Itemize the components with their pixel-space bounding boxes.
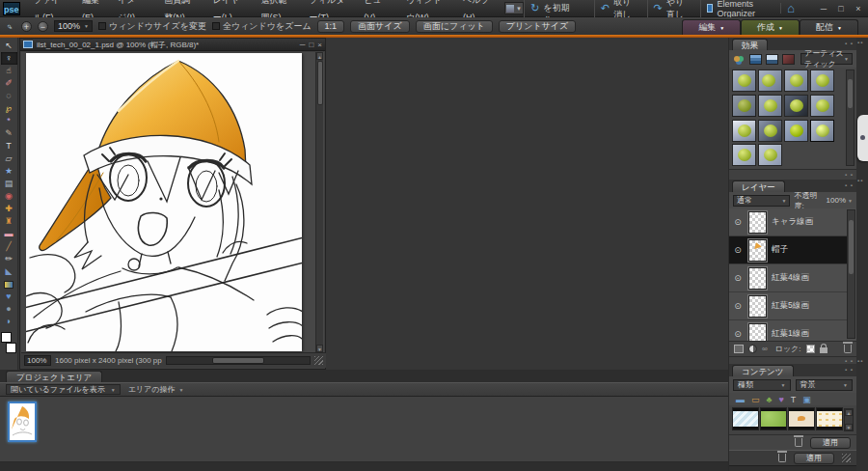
brush-tool[interactable]: ╱ <box>1 240 17 253</box>
status-zoom-field[interactable]: 100% <box>24 355 51 366</box>
content-category-dropdown[interactable]: 背景 ▼ <box>796 379 854 391</box>
zoom-in-button[interactable]: + <box>21 21 32 32</box>
zoom-all-windows-checkbox[interactable]: 全ウィンドウをズーム <box>212 20 312 33</box>
gradient-tool[interactable] <box>1 278 17 291</box>
fit-screen-button[interactable]: 画面にフィット <box>416 20 493 33</box>
link-layers-icon[interactable]: ∞ <box>762 345 768 353</box>
filters-icon[interactable] <box>733 54 746 65</box>
horizontal-scrollbar[interactable] <box>166 356 311 365</box>
open-file-thumbnail[interactable] <box>8 402 37 442</box>
panel-menu-icon[interactable]: ▪ ▪ <box>845 367 854 373</box>
backgrounds-icon[interactable]: ▬ <box>736 395 745 404</box>
vertical-scrollbar[interactable]: ▲ ▼ <box>315 52 323 352</box>
layer-visibility-eye-icon[interactable]: ⊙ <box>732 245 744 255</box>
eyedropper-tool[interactable]: ✐ <box>1 77 17 90</box>
adjustment-layer-icon[interactable] <box>748 345 757 353</box>
red-eye-removal-tool[interactable]: ◉ <box>1 190 17 203</box>
layers-scrollbar-thumb[interactable] <box>849 220 854 274</box>
scroll-down-icon[interactable]: ▼ <box>845 424 853 430</box>
panel-flyout-tab[interactable] <box>857 115 868 161</box>
straighten-tool[interactable]: ▤ <box>1 178 17 190</box>
layer-visibility-eye-icon[interactable]: ⊙ <box>732 217 744 227</box>
minimize-button[interactable]: ─ <box>818 4 829 14</box>
bin-delete-trash-icon[interactable] <box>778 454 786 462</box>
content-delete-trash-icon[interactable] <box>795 438 802 447</box>
layer-thumbnail[interactable] <box>748 267 767 290</box>
zoom-value-field[interactable]: 100% ▼ <box>54 20 93 32</box>
layer-row[interactable]: ⊙ 帽子 <box>729 236 848 264</box>
type-tool[interactable]: T <box>1 140 17 152</box>
layer-visibility-eye-icon[interactable]: ⊙ <box>732 301 744 311</box>
panel-collapse-icon[interactable]: ▪▪ <box>857 178 863 183</box>
zoom-tool[interactable]: ♀ <box>1 52 17 65</box>
content-scrollbar[interactable]: ▲ ▼ <box>844 408 854 431</box>
content-thumbnail[interactable] <box>789 408 814 429</box>
graphics-icon[interactable]: ♣ <box>767 395 773 404</box>
resize-windows-checkbox[interactable]: ウィンドウサイズを変更 <box>98 20 206 33</box>
all-effects-icon[interactable] <box>782 54 795 65</box>
eraser-tool[interactable]: ▬ <box>1 228 17 240</box>
resize-grip[interactable] <box>314 356 323 365</box>
mode-tab[interactable]: 編集▼ <box>682 19 741 35</box>
doc-minimize-button[interactable]: ─ <box>300 41 306 49</box>
effect-thumbnail[interactable] <box>784 95 808 117</box>
effect-thumbnail[interactable] <box>732 144 756 166</box>
panel-menu-icon[interactable]: ▪ ▪ <box>845 41 854 46</box>
content-type-dropdown[interactable]: 種類 ▼ <box>733 379 791 391</box>
organizer-button[interactable]: Elements Organizer <box>700 0 772 18</box>
effect-thumbnail[interactable] <box>758 95 782 117</box>
foreground-color-swatch[interactable] <box>1 332 12 343</box>
layer-styles-icon[interactable] <box>749 54 762 65</box>
healing-brush-tool[interactable]: ✚ <box>1 203 17 215</box>
panel-collapse-icon[interactable]: ▪▪ <box>857 40 863 45</box>
maximize-button[interactable]: □ <box>835 4 847 14</box>
photo-effects-icon[interactable] <box>766 54 778 65</box>
layer-thumbnail[interactable] <box>748 323 767 342</box>
lock-all-icon[interactable] <box>820 347 827 353</box>
mode-tab[interactable]: 作成▼ <box>741 19 800 35</box>
bin-apply-button[interactable]: 適用 <box>794 453 834 464</box>
sponge-tool[interactable]: ◗ <box>1 316 17 328</box>
shape-tool[interactable]: ♥ <box>1 291 17 303</box>
hand-tool[interactable]: ☝ <box>1 65 17 77</box>
effect-thumbnail[interactable] <box>810 95 834 117</box>
layer-row[interactable]: ⊙ 紅葉1線画 <box>729 320 848 341</box>
scroll-up-icon[interactable]: ▲ <box>845 409 853 416</box>
crop-tool[interactable]: ▱ <box>1 152 17 165</box>
content-thumbnail[interactable] <box>733 408 758 429</box>
effect-thumbnail[interactable] <box>810 120 834 142</box>
lock-transparency-icon[interactable] <box>806 345 815 353</box>
layer-thumbnail[interactable] <box>748 295 767 318</box>
effect-thumbnail[interactable] <box>784 120 808 142</box>
show-open-files-dropdown[interactable]: 開いているファイルを表示 ▼ <box>6 384 121 395</box>
themes-icon[interactable]: ▣ <box>802 395 811 404</box>
effect-thumbnail[interactable] <box>732 120 756 142</box>
effects-panel-tab[interactable]: 効果 <box>732 39 768 50</box>
panel-bin-toggle[interactable]: ▼ <box>504 2 525 14</box>
doc-maximize-button[interactable]: □ <box>309 41 313 49</box>
background-color-swatch[interactable] <box>6 343 16 353</box>
blend-mode-dropdown[interactable]: 通常 ▼ <box>733 195 790 207</box>
selection-brush-tool[interactable]: ✎ <box>1 127 17 140</box>
cookie-cutter-tool[interactable]: ★ <box>1 165 17 178</box>
document-window[interactable]: ilst_tech_00_02_1.psd @ 100% (帽子, RGB/8)… <box>19 38 326 370</box>
layer-row[interactable]: ⊙ 紅葉4線画 <box>729 264 848 292</box>
blur-tool[interactable]: ● <box>1 303 17 316</box>
effect-thumbnail[interactable] <box>784 69 808 92</box>
scroll-down-icon[interactable]: ▼ <box>316 345 323 352</box>
pencil-tool[interactable]: ✏ <box>1 253 17 265</box>
layer-row[interactable]: ⊙ キャラ線画 <box>729 208 848 236</box>
effect-thumbnail[interactable] <box>732 69 756 92</box>
effect-thumbnail[interactable] <box>810 69 834 92</box>
layer-row[interactable]: ⊙ 紅葉5線画 <box>729 292 848 320</box>
doc-close-button[interactable]: × <box>317 41 322 49</box>
mode-tab[interactable]: 配信▼ <box>800 19 858 35</box>
project-bin-tab[interactable]: プロジェクトエリア <box>6 371 102 382</box>
effects-scrollbar[interactable] <box>846 69 854 166</box>
paint-bucket-tool[interactable]: ◣ <box>1 265 17 278</box>
effect-thumbnail[interactable] <box>758 69 782 92</box>
canvas[interactable] <box>26 53 302 351</box>
content-thumbnail[interactable] <box>761 408 786 429</box>
panel-collapse-icon[interactable]: ▪▪ <box>857 358 863 364</box>
marquee-tool[interactable]: ◌ <box>1 90 17 102</box>
